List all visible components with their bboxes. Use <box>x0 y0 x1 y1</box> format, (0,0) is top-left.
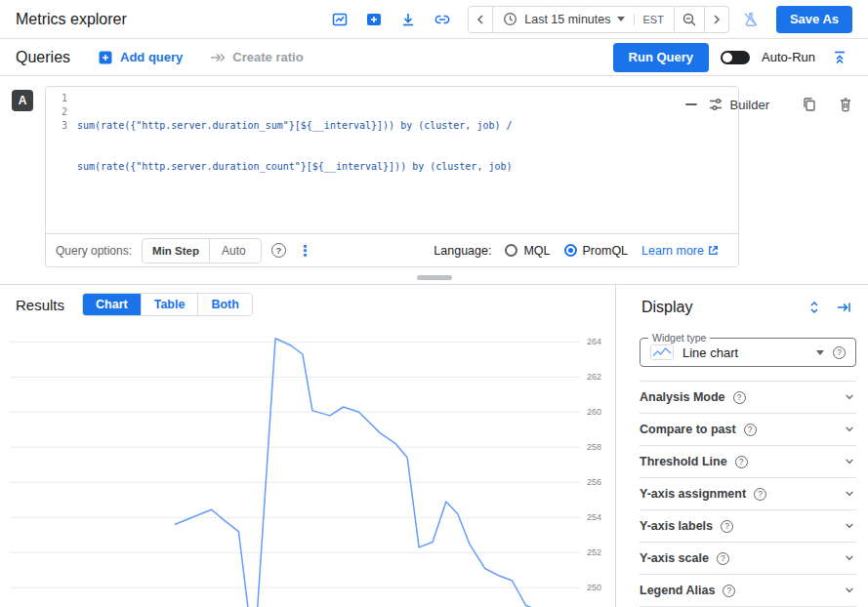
line-chart-icon <box>650 344 674 360</box>
display-title: Display <box>641 299 692 316</box>
svg-text:258: 258 <box>587 442 601 452</box>
create-ratio-button[interactable]: Create ratio <box>210 50 303 64</box>
caret-down-icon <box>617 17 625 21</box>
tab-table[interactable]: Table <box>141 294 198 315</box>
display-section-legend-alias[interactable]: Legend Alias ? <box>640 575 856 607</box>
display-section-y-axis-scale[interactable]: Y-axis scale ? <box>640 543 856 575</box>
time-range-selector[interactable]: Last 15 minutes EST <box>492 6 675 33</box>
results-title: Results <box>16 297 64 313</box>
chevron-down-icon <box>845 393 856 401</box>
display-section-threshold-line[interactable]: Threshold Line ? <box>640 446 856 478</box>
widget-type-help-icon[interactable]: ? <box>833 346 846 359</box>
min-step-value[interactable]: Auto <box>210 239 261 263</box>
duplicate-query-button[interactable] <box>797 92 822 117</box>
builder-button[interactable]: Builder <box>708 97 769 112</box>
display-header-actions <box>802 295 856 320</box>
language-option-mql[interactable]: MQL <box>505 244 550 258</box>
language-group: Language: MQL PromQL Learn more <box>434 244 728 258</box>
auto-run-label: Auto-Run <box>762 50 815 64</box>
link-icon <box>434 11 451 28</box>
widget-type-select[interactable]: Widget type Line chart ? <box>640 338 856 367</box>
external-link-icon <box>708 245 719 256</box>
tune-icon <box>708 97 723 112</box>
help-icon[interactable]: ? <box>723 585 735 597</box>
time-back-button[interactable] <box>468 6 492 33</box>
query-options-row: Query options: Min Step Auto ? ⋮ Languag… <box>46 233 738 266</box>
help-icon[interactable]: ? <box>754 488 766 501</box>
time-forward-button[interactable] <box>705 6 729 33</box>
copy-icon <box>802 97 817 112</box>
create-ratio-label: Create ratio <box>232 50 303 64</box>
min-step-help-icon[interactable]: ? <box>271 243 286 258</box>
help-icon[interactable]: ? <box>721 520 733 533</box>
chevron-right-icon <box>712 14 722 25</box>
language-label: Language: <box>434 244 491 258</box>
help-icon[interactable]: ? <box>733 391 746 404</box>
language-option-promql[interactable]: PromQL <box>564 244 629 258</box>
labs-off-button[interactable] <box>738 7 764 32</box>
help-icon[interactable]: ? <box>717 552 729 565</box>
chart-toggle-button[interactable] <box>327 7 352 32</box>
chart-toggle-icon <box>331 11 349 28</box>
display-section-compare-to-past[interactable]: Compare to past ? <box>640 414 856 446</box>
create-ratio-icon <box>210 52 226 63</box>
query-editor-region: A 1 2 3 sum(rate({"http.server.duration_… <box>0 76 868 270</box>
add-query-button[interactable]: Add query <box>98 50 183 65</box>
widget-type-label: Widget type <box>648 332 710 344</box>
time-range-controls: Last 15 minutes EST <box>468 6 729 33</box>
query-options-label: Query options: <box>56 244 132 258</box>
line-number-gutter: 1 2 3 <box>46 92 77 228</box>
expand-all-sections-button[interactable] <box>802 295 827 320</box>
svg-text:264: 264 <box>587 337 601 346</box>
app-header: Metrics explorer Last 15 minutes EST <box>0 0 868 39</box>
time-range-label: Last 15 minutes <box>524 13 610 26</box>
chevron-down-icon <box>845 425 856 433</box>
query-side-controls: Builder <box>685 92 858 117</box>
collapse-right-icon <box>836 301 851 314</box>
builder-label: Builder <box>730 98 769 112</box>
add-query-icon <box>98 50 113 65</box>
collapse-panel-button[interactable] <box>831 295 856 320</box>
clock-icon <box>503 12 517 26</box>
download-button[interactable] <box>395 7 421 32</box>
radio-unchecked-icon <box>505 244 517 257</box>
collapse-queries-icon <box>832 50 847 65</box>
delete-query-button[interactable] <box>833 92 858 117</box>
display-section-analysis-mode[interactable]: Analysis Mode ? <box>640 382 856 414</box>
line-number: 3 <box>46 119 67 133</box>
download-icon <box>399 11 417 28</box>
radio-checked-icon <box>564 244 577 257</box>
add-query-label: Add query <box>120 50 183 64</box>
svg-text:252: 252 <box>587 547 601 557</box>
chevron-left-icon <box>475 14 485 25</box>
display-section-y-axis-assignment[interactable]: Y-axis assignment ? <box>640 478 856 510</box>
chevron-down-icon <box>845 587 856 594</box>
tab-chart[interactable]: Chart <box>83 294 141 315</box>
auto-run-toggle[interactable] <box>721 51 750 64</box>
help-icon[interactable]: ? <box>744 424 757 436</box>
add-to-dashboard-button[interactable] <box>361 7 387 32</box>
more-options-icon[interactable]: ⋮ <box>296 242 314 260</box>
share-link-button[interactable] <box>430 7 455 32</box>
display-section-y-axis-labels[interactable]: Y-axis labels ? <box>640 510 856 543</box>
zoom-out-button[interactable] <box>675 6 705 33</box>
promql-code-editor[interactable]: 1 2 3 sum(rate({"http.server.duration_su… <box>46 87 738 233</box>
display-header: Display <box>616 285 868 330</box>
widget-type-row: Widget type Line chart ? <box>616 330 868 381</box>
toggle-knob <box>723 53 732 62</box>
queries-bar-actions: Run Query Auto-Run <box>613 43 852 72</box>
collapse-queries-button[interactable] <box>827 45 852 70</box>
learn-more-link[interactable]: Learn more <box>641 244 719 258</box>
metrics-line-chart[interactable]: 246248250252254256258260262264UTC-53:42 … <box>6 320 607 607</box>
run-query-button[interactable]: Run Query <box>613 43 709 72</box>
line-number: 2 <box>46 105 67 119</box>
header-actions: Last 15 minutes EST Save As <box>327 6 852 33</box>
resize-dash[interactable] <box>685 103 697 105</box>
min-step-control[interactable]: Min Step Auto <box>142 238 262 263</box>
code-line: sum(rate({"http.server.duration_count"}[… <box>77 160 738 174</box>
tab-both[interactable]: Both <box>197 294 251 315</box>
help-icon[interactable]: ? <box>735 456 748 468</box>
resize-handle[interactable] <box>417 275 452 280</box>
save-as-button[interactable]: Save As <box>776 6 852 33</box>
add-to-dashboard-icon <box>365 11 383 28</box>
